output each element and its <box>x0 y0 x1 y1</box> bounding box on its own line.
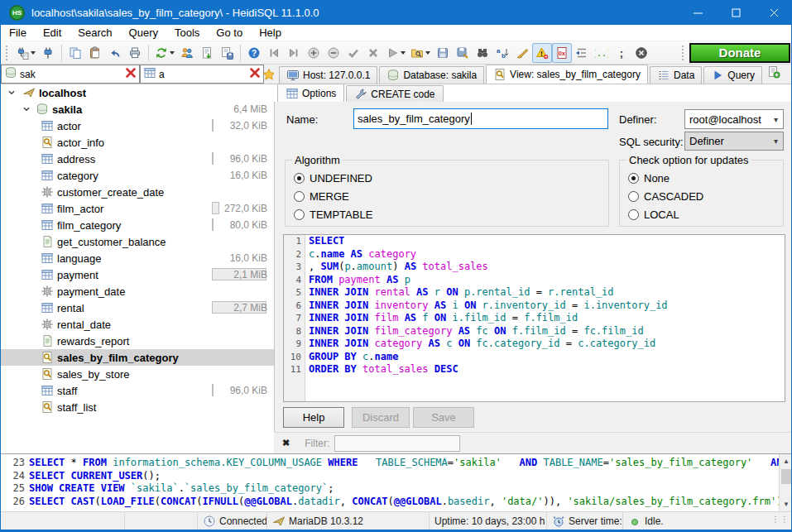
toolbar-grip[interactable] <box>6 46 10 60</box>
tree-item-actor[interactable]: actor32,0 KiB <box>1 117 274 134</box>
definer-combobox[interactable]: root@localhost▾ <box>684 109 784 129</box>
undo-button[interactable] <box>105 43 125 63</box>
discard-button[interactable]: Discard <box>352 407 410 428</box>
algorithm-option-merge[interactable]: MERGE <box>294 190 349 203</box>
menu-tools[interactable]: Tools <box>166 25 208 41</box>
radio-unchecked-icon[interactable] <box>628 191 639 202</box>
tree-item-staff[interactable]: staff96,0 KiB <box>1 382 274 399</box>
radio-checked-icon[interactable] <box>628 173 639 184</box>
donate-toolbar-grip[interactable] <box>682 46 686 60</box>
check-option-option-local[interactable]: LOCAL <box>628 208 679 221</box>
scroll-thumb[interactable] <box>781 469 792 484</box>
tree-item-rental_date[interactable]: rental_date <box>1 316 274 333</box>
indent-button[interactable] <box>572 43 592 63</box>
export-database-button[interactable] <box>197 43 217 63</box>
dropdown-caret-icon[interactable] <box>31 51 36 55</box>
row-add-button[interactable] <box>304 43 324 63</box>
menu-help[interactable]: Help <box>251 25 290 41</box>
tree-item-get_customer_balance[interactable]: get_customer_balance <box>1 233 274 250</box>
subtab-create-code[interactable]: CREATE code <box>346 85 443 102</box>
resize-grip[interactable]: ⋮⋮ <box>771 515 790 524</box>
save-sql-button[interactable] <box>433 43 453 63</box>
save-sql-as-button[interactable] <box>453 43 473 63</box>
donate-button[interactable]: Donate <box>689 43 790 63</box>
minimize-button[interactable] <box>679 0 717 25</box>
scroll-up-icon[interactable]: ▲ <box>780 454 792 468</box>
tree-item-payment[interactable]: payment2,1 MiB <box>1 266 274 283</box>
tree-item-rental[interactable]: rental2,7 MiB <box>1 300 274 316</box>
scroll-down-icon[interactable]: ▼ <box>780 497 792 511</box>
user-manager-button[interactable] <box>177 43 197 63</box>
check-option-option-cascaded[interactable]: CASCADED <box>628 190 703 203</box>
tab-view-sales-by-film-category[interactable]: View: sales_by_film_category <box>486 65 648 84</box>
algorithm-option-undefined[interactable]: UNDEFINED <box>294 172 372 185</box>
tab-data[interactable]: Data <box>650 66 702 84</box>
execute-button[interactable] <box>383 43 408 63</box>
find-button[interactable] <box>473 43 492 63</box>
expand-chevron-icon[interactable] <box>6 86 17 99</box>
tab-host-127-0-0-1[interactable]: Host: 127.0.0.1 <box>279 66 377 84</box>
menu-query[interactable]: Query <box>121 25 166 41</box>
view-select-editor[interactable]: 1234567891011 SELECTc.name AS category, … <box>283 234 785 402</box>
check-option-option-none[interactable]: None <box>628 172 670 185</box>
menu-edit[interactable]: Edit <box>35 25 70 41</box>
tree-item-language[interactable]: language16,0 KiB <box>1 250 274 266</box>
table-filter-input[interactable] <box>159 69 248 80</box>
row-apply-button[interactable] <box>343 43 363 63</box>
tree-item-sales_by_film_category[interactable]: sales_by_film_category <box>1 349 274 366</box>
tree-item-sakila[interactable]: sakila6,4 MiB <box>1 101 274 117</box>
help-button[interactable]: ? <box>244 43 264 63</box>
tree-item-payment_date[interactable]: payment_date <box>1 283 274 300</box>
tree-item-sales_by_store[interactable]: sales_by_store <box>1 366 274 382</box>
tree-item-address[interactable]: address96,0 KiB <box>1 151 274 167</box>
menu-go-to[interactable]: Go to <box>208 25 251 41</box>
go-first-button[interactable] <box>264 43 284 63</box>
help-button[interactable]: Help <box>283 407 344 428</box>
semicolon-button[interactable]: ; <box>612 43 631 63</box>
row-cancel-button[interactable] <box>363 43 383 63</box>
radio-unchecked-icon[interactable] <box>628 209 639 220</box>
copy-button[interactable] <box>65 43 85 63</box>
close-button[interactable] <box>755 0 792 25</box>
radio-unchecked-icon[interactable] <box>294 191 305 202</box>
subtab-options[interactable]: Options <box>277 84 344 102</box>
save-code-button[interactable] <box>217 43 237 63</box>
clear-table-filter-icon[interactable] <box>248 66 262 83</box>
tab-database-sakila[interactable]: Database: sakila <box>379 66 484 84</box>
replace-button[interactable]: ab <box>492 43 512 63</box>
go-last-button[interactable] <box>284 43 304 63</box>
paste-button[interactable] <box>85 43 105 63</box>
refresh-button[interactable] <box>152 43 177 63</box>
tree-item-actor_info[interactable]: actor_info <box>1 134 274 151</box>
expand-chevron-icon[interactable] <box>21 103 32 116</box>
tree-item-staff_list[interactable]: staff_list <box>1 399 274 415</box>
sql-security-dropdown[interactable]: Definer▾ <box>684 132 784 151</box>
tree-item-localhost[interactable]: localhost <box>1 84 274 101</box>
load-sql-button[interactable] <box>408 43 433 63</box>
save-button[interactable]: Save <box>413 407 474 428</box>
params-button[interactable]: (..) <box>592 43 612 63</box>
session-manager-button[interactable] <box>13 43 38 63</box>
menu-file[interactable]: File <box>1 25 35 41</box>
tree-item-film_actor[interactable]: film_actor272,0 KiB <box>1 200 274 217</box>
menu-search[interactable]: Search <box>70 25 120 41</box>
new-query-tab-button[interactable] <box>767 65 780 82</box>
tree-item-rewards_report[interactable]: rewards_report <box>1 333 274 349</box>
filter-input[interactable] <box>334 435 460 452</box>
dropdown-caret-icon[interactable] <box>170 51 175 55</box>
tree-item-category[interactable]: category16,0 KiB <box>1 167 274 184</box>
row-remove-button[interactable] <box>324 43 343 63</box>
algorithm-option-temptable[interactable]: TEMPTABLE <box>294 208 372 221</box>
log-scrollbar[interactable]: ▲ ▼ <box>779 454 792 511</box>
stop-button[interactable] <box>631 43 651 63</box>
radio-checked-icon[interactable] <box>294 173 305 184</box>
warning-toggle-button[interactable] <box>532 43 552 63</box>
tab-query[interactable]: Query <box>703 66 762 84</box>
print-button[interactable] <box>125 43 145 63</box>
radio-unchecked-icon[interactable] <box>294 209 305 220</box>
view-name-input[interactable]: sales_by_film_category <box>353 108 608 129</box>
disconnect-button[interactable] <box>38 43 58 63</box>
dropdown-caret-icon[interactable] <box>401 51 406 55</box>
dropdown-caret-icon[interactable] <box>425 51 430 55</box>
maximize-button[interactable] <box>717 0 755 25</box>
